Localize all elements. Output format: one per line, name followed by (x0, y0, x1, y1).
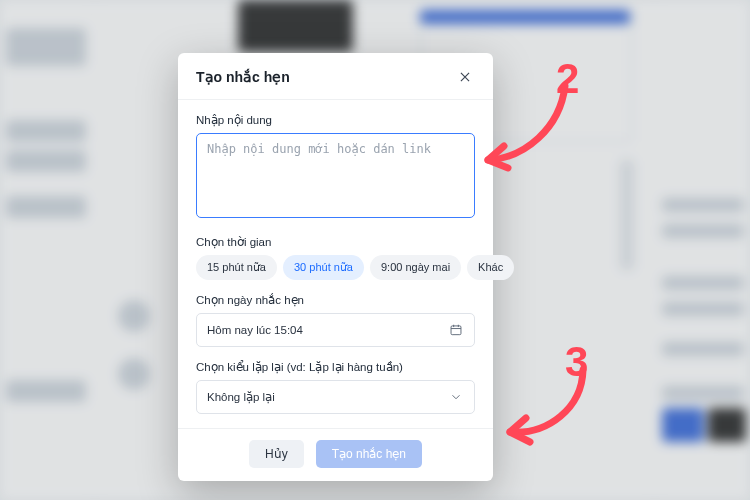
repeat-select[interactable]: Không lặp lại (196, 380, 475, 414)
date-value: Hôm nay lúc 15:04 (207, 324, 303, 336)
time-chip-15m[interactable]: 15 phút nữa (196, 255, 277, 280)
annotation-number-2: 2 (556, 55, 579, 103)
modal-footer: Hủy Tạo nhắc hẹn (178, 428, 493, 481)
time-chip-9am[interactable]: 9:00 ngày mai (370, 255, 461, 280)
date-section: Chọn ngày nhắc hẹn Hôm nay lúc 15:04 (196, 293, 475, 347)
date-picker-field[interactable]: Hôm nay lúc 15:04 (196, 313, 475, 347)
annotation-number-3: 3 (565, 338, 588, 386)
time-chip-other[interactable]: Khác (467, 255, 514, 280)
svg-rect-0 (451, 326, 461, 335)
create-reminder-modal: Tạo nhắc hẹn Nhập nội dung Chọn thời gia… (178, 53, 493, 481)
modal-title: Tạo nhắc hẹn (196, 69, 290, 85)
close-button[interactable] (455, 67, 475, 87)
calendar-icon (448, 322, 464, 338)
repeat-value: Không lặp lại (207, 390, 275, 404)
repeat-section: Chọn kiểu lặp lại (vd: Lặp lại hàng tuần… (196, 360, 475, 414)
cancel-button[interactable]: Hủy (249, 440, 304, 468)
time-label: Chọn thời gian (196, 235, 475, 249)
content-label: Nhập nội dung (196, 113, 475, 127)
time-section: Chọn thời gian 15 phút nữa 30 phút nữa 9… (196, 235, 475, 280)
time-chip-30m[interactable]: 30 phút nữa (283, 255, 364, 280)
chevron-down-icon (448, 389, 464, 405)
modal-body: Nhập nội dung Chọn thời gian 15 phút nữa… (178, 100, 493, 428)
modal-header: Tạo nhắc hẹn (178, 53, 493, 100)
close-icon (458, 70, 472, 84)
date-label: Chọn ngày nhắc hẹn (196, 293, 475, 307)
create-reminder-button[interactable]: Tạo nhắc hẹn (316, 440, 422, 468)
repeat-label: Chọn kiểu lặp lại (vd: Lặp lại hàng tuần… (196, 360, 475, 374)
time-chip-row: 15 phút nữa 30 phút nữa 9:00 ngày mai Kh… (196, 255, 475, 280)
reminder-content-input[interactable] (196, 133, 475, 218)
